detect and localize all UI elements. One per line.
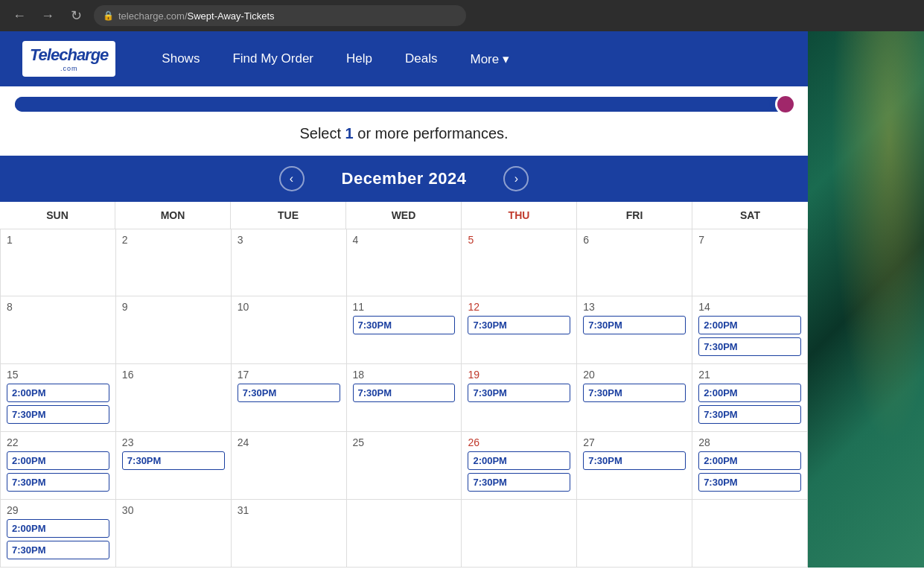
time-slot-button[interactable]: 7:30PM bbox=[583, 316, 686, 334]
day-number: 12 bbox=[468, 301, 570, 313]
calendar-cell: 292:00PM7:30PM bbox=[1, 500, 116, 568]
calendar-cell: 197:30PM bbox=[462, 364, 577, 432]
time-slot-button[interactable]: 7:30PM bbox=[468, 316, 570, 334]
site-nav: Telecharge .com Shows Find My Order Help… bbox=[0, 31, 808, 86]
day-number: 20 bbox=[583, 369, 686, 381]
nav-more-link[interactable]: More ▾ bbox=[453, 31, 525, 86]
day-number: 11 bbox=[353, 301, 456, 313]
day-number: 4 bbox=[353, 234, 456, 246]
prev-month-button[interactable]: ‹ bbox=[279, 166, 305, 191]
next-month-button[interactable]: › bbox=[503, 166, 529, 191]
time-slot-button[interactable]: 7:30PM bbox=[122, 451, 225, 470]
dow-sat: SAT bbox=[692, 202, 808, 229]
day-number: 31 bbox=[238, 504, 340, 516]
time-slot-button[interactable]: 7:30PM bbox=[468, 384, 570, 402]
calendar-cell: 222:00PM7:30PM bbox=[1, 432, 116, 500]
dow-thu: THU bbox=[462, 202, 577, 229]
calendar-cell: 212:00PM7:30PM bbox=[692, 364, 808, 432]
calendar-cell bbox=[692, 500, 808, 568]
day-number: 22 bbox=[7, 436, 109, 448]
progress-area bbox=[0, 86, 808, 112]
time-slot-button[interactable]: 2:00PM bbox=[698, 384, 801, 402]
url-text: telecharge.com/Swept-Away-Tickets bbox=[118, 10, 275, 22]
select-suffix: or more performances. bbox=[354, 125, 509, 142]
progress-dot bbox=[775, 94, 796, 115]
calendar-cell: 137:30PM bbox=[577, 296, 692, 364]
day-number: 1 bbox=[7, 234, 109, 246]
calendar-cell: 277:30PM bbox=[577, 432, 692, 500]
day-number: 8 bbox=[7, 301, 109, 313]
day-number: 18 bbox=[353, 369, 456, 381]
time-slot-button[interactable]: 2:00PM bbox=[468, 451, 570, 470]
progress-bar-container bbox=[15, 97, 793, 112]
forward-button[interactable]: → bbox=[37, 5, 58, 26]
address-bar[interactable]: 🔒 telecharge.com/Swept-Away-Tickets bbox=[94, 5, 466, 26]
lock-icon: 🔒 bbox=[103, 10, 114, 21]
back-button[interactable]: ← bbox=[9, 5, 30, 26]
calendar-cell bbox=[577, 500, 692, 568]
time-slot-button[interactable]: 2:00PM bbox=[698, 451, 801, 470]
logo-area[interactable]: Telecharge .com bbox=[22, 41, 115, 77]
days-of-week: SUN MON TUE WED THU FRI SAT bbox=[0, 202, 808, 229]
side-image-art bbox=[808, 31, 924, 568]
time-slot-button[interactable]: 7:30PM bbox=[7, 473, 109, 492]
nav-find-order[interactable]: Find My Order bbox=[216, 31, 330, 86]
time-slot-button[interactable]: 2:00PM bbox=[7, 384, 109, 402]
day-number: 19 bbox=[468, 369, 570, 381]
day-number: 28 bbox=[698, 436, 801, 448]
time-slot-button[interactable]: 7:30PM bbox=[353, 384, 456, 402]
month-title: December 2024 bbox=[342, 169, 467, 188]
day-number: 7 bbox=[698, 234, 801, 246]
calendar-cell: 7 bbox=[692, 229, 808, 296]
select-text: Select 1 or more performances. bbox=[0, 112, 808, 156]
nav-help-link[interactable]: Help bbox=[330, 31, 389, 86]
nav-deals-link[interactable]: Deals bbox=[389, 31, 453, 86]
dow-wed: WED bbox=[346, 202, 462, 229]
nav-deals[interactable]: Deals bbox=[389, 31, 453, 86]
day-number: 3 bbox=[238, 234, 340, 246]
main-content: Telecharge .com Shows Find My Order Help… bbox=[0, 31, 808, 568]
time-slot-button[interactable]: 2:00PM bbox=[7, 451, 109, 470]
refresh-button[interactable]: ↻ bbox=[66, 5, 86, 26]
day-number: 16 bbox=[122, 369, 225, 381]
time-slot-button[interactable]: 7:30PM bbox=[7, 541, 109, 559]
day-number: 2 bbox=[122, 234, 225, 246]
day-number: 17 bbox=[238, 369, 340, 381]
calendar-cell: 207:30PM bbox=[577, 364, 692, 432]
time-slot-button[interactable]: 7:30PM bbox=[468, 473, 570, 492]
time-slot-button[interactable]: 7:30PM bbox=[583, 451, 686, 470]
nav-more[interactable]: More ▾ bbox=[453, 31, 525, 86]
time-slot-button[interactable]: 7:30PM bbox=[583, 384, 686, 402]
time-slot-button[interactable]: 7:30PM bbox=[698, 405, 801, 424]
day-number: 9 bbox=[122, 301, 225, 313]
nav-find-order-link[interactable]: Find My Order bbox=[216, 31, 330, 86]
calendar-cell: 4 bbox=[347, 229, 462, 296]
time-slot-button[interactable]: 2:00PM bbox=[7, 519, 109, 538]
calendar-cell: 1 bbox=[1, 229, 116, 296]
day-number: 29 bbox=[7, 504, 109, 516]
day-number: 6 bbox=[583, 234, 686, 246]
calendar-cell: 187:30PM bbox=[347, 364, 462, 432]
logo-text: Telecharge bbox=[30, 45, 108, 65]
day-number: 23 bbox=[122, 436, 225, 448]
time-slot-button[interactable]: 7:30PM bbox=[698, 473, 801, 492]
select-prefix: Select bbox=[299, 125, 345, 142]
time-slot-button[interactable]: 7:30PM bbox=[353, 316, 456, 334]
calendar-cell bbox=[347, 500, 462, 568]
nav-links: Shows Find My Order Help Deals More ▾ bbox=[145, 31, 526, 86]
time-slot-button[interactable]: 7:30PM bbox=[7, 405, 109, 424]
progress-bar-fill bbox=[15, 97, 770, 112]
nav-help[interactable]: Help bbox=[330, 31, 389, 86]
calendar-cell: 8 bbox=[1, 296, 116, 364]
nav-shows[interactable]: Shows bbox=[145, 31, 216, 86]
calendar-cell: 9 bbox=[116, 296, 232, 364]
day-number: 24 bbox=[238, 436, 340, 448]
calendar-cell: 237:30PM bbox=[116, 432, 232, 500]
nav-shows-link[interactable]: Shows bbox=[145, 31, 216, 86]
calendar-container: ‹ December 2024 › SUN MON TUE WED THU FR… bbox=[0, 156, 808, 568]
dow-tue: TUE bbox=[231, 202, 346, 229]
time-slot-button[interactable]: 7:30PM bbox=[238, 384, 340, 402]
calendar-cell: 142:00PM7:30PM bbox=[692, 296, 808, 364]
time-slot-button[interactable]: 7:30PM bbox=[698, 337, 801, 356]
time-slot-button[interactable]: 2:00PM bbox=[698, 316, 801, 334]
